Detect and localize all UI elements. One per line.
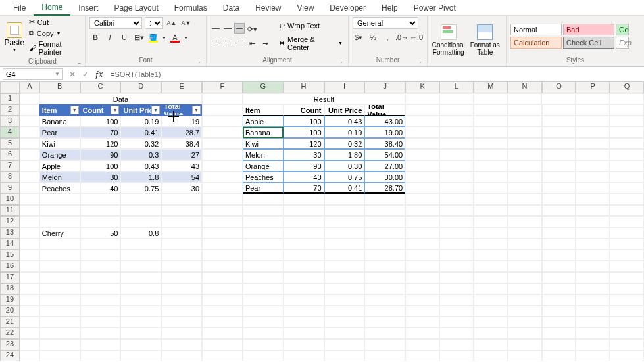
wrap-text-button[interactable]: ↩Wrap Text — [278, 20, 344, 32]
row-header-20[interactable]: 20 — [0, 305, 20, 317]
result-cell-price[interactable]: 0.75 — [324, 171, 365, 183]
cell-L18[interactable] — [439, 283, 474, 294]
cell-L5[interactable] — [439, 138, 474, 149]
cell-M15[interactable] — [474, 250, 508, 261]
cell-B12[interactable] — [39, 216, 80, 227]
cell-F23[interactable] — [202, 339, 243, 350]
result-cell-total[interactable]: 28.70 — [364, 183, 405, 194]
cell-H16[interactable] — [284, 261, 324, 272]
cell-H18[interactable] — [284, 283, 324, 294]
cell-P17[interactable] — [576, 272, 610, 283]
cell-G19[interactable] — [243, 294, 284, 305]
cell-A12[interactable] — [20, 216, 39, 227]
cell-Q10[interactable] — [610, 194, 644, 205]
cell-F19[interactable] — [202, 294, 243, 305]
cell-B22[interactable] — [39, 328, 80, 339]
cell-A8[interactable] — [20, 171, 39, 183]
cell-K1[interactable] — [405, 93, 439, 104]
cell-A19[interactable] — [20, 294, 39, 305]
cell-B24[interactable] — [39, 350, 80, 361]
cell-N16[interactable] — [508, 261, 542, 272]
cell-M1[interactable] — [474, 93, 508, 104]
cell-N22[interactable] — [508, 328, 542, 339]
cell-Q15[interactable] — [610, 250, 644, 261]
cell-G18[interactable] — [243, 283, 284, 294]
cell-L13[interactable] — [439, 227, 474, 238]
cell-N23[interactable] — [508, 339, 542, 350]
cell-N20[interactable] — [508, 305, 542, 317]
cell-N17[interactable] — [508, 272, 542, 283]
cell-Q13[interactable] — [610, 227, 644, 238]
cell-B15[interactable] — [39, 250, 80, 261]
cell-E15[interactable] — [161, 250, 202, 261]
cell-J16[interactable] — [364, 261, 405, 272]
data-cell-item[interactable]: Peaches — [39, 183, 80, 194]
cell-L14[interactable] — [439, 238, 474, 250]
cell-N18[interactable] — [508, 283, 542, 294]
cell-B21[interactable] — [39, 317, 80, 328]
row-header-24[interactable]: 24 — [0, 350, 20, 361]
cell-O17[interactable] — [542, 272, 576, 283]
cell-F20[interactable] — [202, 305, 243, 317]
cell-E23[interactable] — [161, 339, 202, 350]
cell-Q2[interactable] — [610, 104, 644, 116]
cell-H13[interactable] — [284, 227, 324, 238]
cell-P10[interactable] — [576, 194, 610, 205]
cell-B16[interactable] — [39, 261, 80, 272]
cell-M22[interactable] — [474, 328, 508, 339]
result-cell-item[interactable]: Kiwi — [243, 138, 284, 149]
cell-O12[interactable] — [542, 216, 576, 227]
cell-K12[interactable] — [405, 216, 439, 227]
result-cell-price[interactable]: 1.80 — [324, 149, 365, 160]
bold-button[interactable]: B — [89, 32, 101, 43]
cell-H11[interactable] — [284, 205, 324, 216]
border-button[interactable]: ⊞▾ — [133, 32, 145, 43]
cell-H23[interactable] — [284, 339, 324, 350]
cell-P7[interactable] — [576, 160, 610, 171]
cell-M4[interactable] — [474, 127, 508, 138]
cell-A10[interactable] — [20, 194, 39, 205]
cell-C17[interactable] — [80, 272, 121, 283]
cell-H24[interactable] — [284, 350, 324, 361]
cell-M18[interactable] — [474, 283, 508, 294]
row-header-22[interactable]: 22 — [0, 328, 20, 339]
cell-M2[interactable] — [474, 104, 508, 116]
cell-L23[interactable] — [439, 339, 474, 350]
styles-gallery[interactable]: Normal Bad Go Calculation Check Cell Exp — [510, 24, 629, 49]
result-cell-price[interactable]: 0.19 — [324, 127, 365, 138]
cell-O7[interactable] — [542, 160, 576, 171]
cell-C21[interactable] — [80, 317, 121, 328]
column-header-O[interactable]: O — [542, 81, 576, 93]
cell-F14[interactable] — [202, 238, 243, 250]
cell-N14[interactable] — [508, 238, 542, 250]
column-header-L[interactable]: L — [439, 81, 474, 93]
cell-F2[interactable] — [202, 104, 243, 116]
column-header-E[interactable]: E — [161, 81, 202, 93]
ribbon-tab-page-layout[interactable]: Page Layout — [106, 1, 166, 15]
font-color-button[interactable]: A — [169, 32, 181, 43]
cell-H17[interactable] — [284, 272, 324, 283]
increase-indent-button[interactable]: ⇥ — [259, 37, 271, 49]
cell-L16[interactable] — [439, 261, 474, 272]
cell-C16[interactable] — [80, 261, 121, 272]
cell-D24[interactable] — [120, 350, 161, 361]
cell-Q18[interactable] — [610, 283, 644, 294]
select-all-corner[interactable] — [0, 81, 20, 93]
cell-N19[interactable] — [508, 294, 542, 305]
cell-J15[interactable] — [364, 250, 405, 261]
ribbon-tab-view[interactable]: View — [289, 1, 322, 15]
cell-I12[interactable] — [324, 216, 365, 227]
ribbon-tab-insert[interactable]: Insert — [70, 1, 106, 15]
cell-A16[interactable] — [20, 261, 39, 272]
cell-N6[interactable] — [508, 149, 542, 160]
cell-P20[interactable] — [576, 305, 610, 317]
result-cell-price[interactable]: 0.32 — [324, 138, 365, 149]
cell-F24[interactable] — [202, 350, 243, 361]
cell-F11[interactable] — [202, 205, 243, 216]
result-cell-count[interactable]: 100 — [284, 127, 324, 138]
filter-button-unit-price[interactable]: ▼ — [151, 106, 160, 114]
cell-D10[interactable] — [120, 194, 161, 205]
cell-Q11[interactable] — [610, 205, 644, 216]
column-header-J[interactable]: J — [364, 81, 405, 93]
style-check-cell[interactable]: Check Cell — [563, 37, 614, 49]
